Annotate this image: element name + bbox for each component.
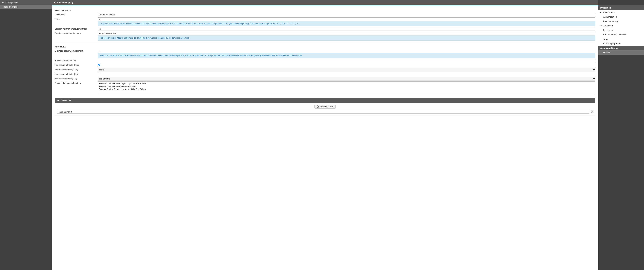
label-secure-http: Has secure attribute (http): [55, 72, 98, 75]
label-extsec: Extended security environment: [55, 49, 98, 52]
main-panel: Edit virtual proxy IDENTIFICATION Descri…: [52, 0, 598, 270]
select-samesite-https[interactable]: No attributeNoneLaxStrict: [98, 68, 596, 72]
label-secure-https: Has secure attribute (https): [55, 64, 98, 66]
close-icon: [591, 111, 593, 113]
input-allow-entry[interactable]: [57, 110, 589, 114]
nav-item-authentication[interactable]: Authentication: [598, 14, 644, 19]
nav-item-tags[interactable]: Tags: [598, 37, 644, 41]
input-description[interactable]: [98, 13, 596, 16]
label-samesite-http: SameSite attribute (http): [55, 77, 98, 80]
nav-item-load-balancing[interactable]: Load balancing: [598, 19, 644, 24]
nav-item-integration[interactable]: Integration: [598, 28, 644, 32]
nav-item-identification[interactable]: Identification: [598, 10, 644, 14]
nav-item-label: Advanced: [603, 24, 613, 27]
host-allow-header: Host allow list: [55, 98, 596, 103]
label-cookie-domain: Session cookie domain: [55, 59, 98, 62]
associated-list: Proxies: [598, 50, 644, 55]
section-advanced: ADVANCED: [55, 46, 596, 48]
info-extsec: Select the checkbox to send extended inf…: [98, 53, 596, 58]
associated-header: Associated items: [598, 46, 644, 50]
nav-item-label: Identification: [603, 11, 615, 14]
remove-entry-button[interactable]: [591, 110, 593, 113]
separator: [55, 118, 596, 118]
select-samesite-http[interactable]: No attributeNoneLaxStrict: [98, 77, 596, 80]
nav-item-label: Custom properties: [603, 42, 621, 45]
sidebar-item-virtual-proxy[interactable]: Virtual proxy test: [0, 5, 52, 9]
textarea-headers[interactable]: [98, 82, 596, 94]
info-prefix: The prefix must be unique for all virtua…: [98, 21, 596, 26]
checkbox-secure-http[interactable]: [98, 73, 100, 76]
host-allow-body: + Add new value: [55, 103, 596, 116]
properties-list: IdentificationAuthenticationLoad balanci…: [598, 10, 644, 46]
input-cookie[interactable]: [98, 32, 596, 35]
nav-item-label: Load balancing: [603, 20, 618, 22]
nav-item-custom-properties[interactable]: Custom properties: [598, 41, 644, 46]
plus-icon: +: [316, 106, 319, 108]
sidebar-title: Virtual proxies: [5, 1, 18, 4]
chevron-up-icon: [2, 2, 4, 4]
sidebar-header[interactable]: Virtual proxies: [0, 0, 52, 5]
nav-item-label: Authentication: [603, 16, 617, 18]
allow-entry: [57, 110, 593, 114]
nav-item-label: Client authentication link: [603, 33, 626, 36]
input-timeout[interactable]: [98, 27, 596, 31]
main-header: Edit virtual proxy: [52, 0, 598, 5]
associated-item-proxies[interactable]: Proxies: [598, 50, 644, 55]
section-identification: IDENTIFICATION: [55, 9, 596, 12]
add-value-button[interactable]: + Add new value: [314, 104, 336, 108]
label-prefix: Prefix: [55, 18, 98, 20]
checkbox-extsec[interactable]: [98, 50, 100, 52]
left-sidebar: Virtual proxies Virtual proxy test: [0, 0, 52, 270]
label-cookie: Session cookie header name: [55, 32, 98, 34]
input-prefix[interactable]: [98, 18, 596, 21]
page-title: Edit virtual proxy: [57, 1, 74, 4]
tools-icon: [54, 1, 56, 4]
check-icon: [600, 11, 602, 14]
label-headers: Additional response headers: [55, 82, 98, 84]
nav-item-label: Integration: [603, 29, 613, 31]
sidebar-item-label: Virtual proxy test: [3, 6, 17, 8]
check-icon: [600, 25, 602, 27]
right-sidebar: Properties IdentificationAuthenticationL…: [598, 0, 644, 270]
checkbox-secure-https[interactable]: [98, 64, 100, 66]
label-description: Description: [55, 13, 98, 16]
properties-header: Properties: [598, 6, 644, 10]
input-cookie-domain[interactable]: [98, 59, 596, 62]
add-value-label: Add new value: [320, 106, 333, 108]
nav-item-label: Tags: [603, 38, 608, 40]
nav-item-advanced[interactable]: Advanced: [598, 24, 644, 28]
info-cookie: The session cookie header name must be u…: [98, 36, 596, 40]
form-body: IDENTIFICATION Description Prefix The pr…: [52, 6, 598, 270]
label-timeout: Session inactivity timeout (minutes): [55, 27, 98, 30]
label-samesite-https: SameSite attribute (https): [55, 68, 98, 70]
nav-item-client-authentication-link[interactable]: Client authentication link: [598, 32, 644, 37]
